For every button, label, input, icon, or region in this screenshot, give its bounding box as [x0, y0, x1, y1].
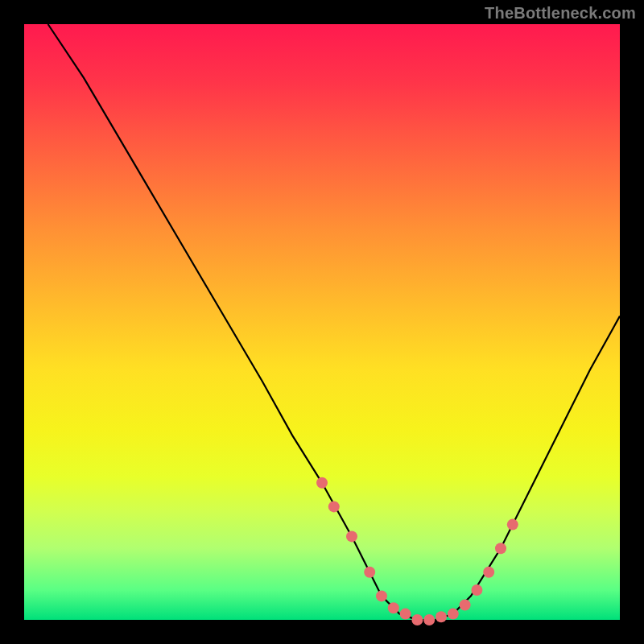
highlight-dot	[328, 501, 340, 512]
chart-layer	[48, 24, 620, 625]
highlight-dot	[448, 609, 459, 620]
highlight-dot	[411, 614, 423, 625]
highlight-dot	[495, 543, 506, 554]
bottleneck-curve	[48, 24, 620, 620]
highlight-dot	[376, 590, 387, 601]
highlight-dot	[507, 519, 518, 530]
highlight-dots	[316, 477, 518, 625]
highlight-dot	[388, 602, 399, 613]
chart-svg	[0, 0, 644, 644]
highlight-dot	[460, 600, 471, 611]
highlight-dot	[471, 584, 482, 596]
highlight-dot	[364, 567, 375, 578]
highlight-dot	[346, 530, 357, 542]
figure-stage: TheBottleneck.com	[0, 0, 644, 644]
highlight-dot	[316, 477, 328, 489]
highlight-dot	[400, 609, 411, 620]
highlight-dot	[483, 567, 494, 578]
highlight-dot	[436, 611, 447, 622]
watermark-text: TheBottleneck.com	[485, 5, 636, 21]
highlight-dot	[423, 614, 435, 625]
